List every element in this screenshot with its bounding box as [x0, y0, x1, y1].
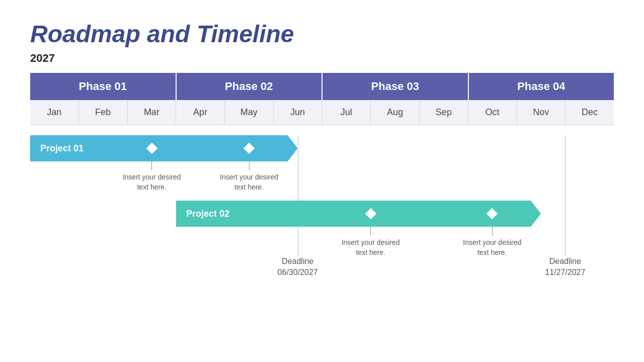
phase-row: Phase 01 Phase 02 Phase 03 Phase 04 [30, 73, 614, 100]
annotation-1-1: Insert your desired text here. [462, 227, 522, 257]
page-title: Roadmap and Timeline [30, 20, 614, 48]
annotation-line-1-0 [370, 227, 371, 236]
month-apr: Apr [176, 100, 225, 125]
annotation-text-1-1: Insert your desired text here. [462, 238, 522, 257]
month-aug: Aug [371, 100, 420, 125]
phase-03: Phase 03 [323, 73, 469, 100]
project-bar-0: Project 01Insert your desired text here.… [30, 135, 614, 161]
project-label-1: Project 02 [176, 209, 229, 219]
month-jul: Jul [323, 100, 371, 125]
annotation-line-1-1 [492, 227, 493, 236]
annotation-text-0-0: Insert your desired text here. [122, 172, 182, 192]
project-bar-1: Project 02Insert your desired text here.… [30, 201, 614, 227]
phase-04: Phase 04 [469, 73, 614, 100]
month-dec: Dec [566, 100, 614, 125]
annotation-text-1-0: Insert your desired text here. [341, 238, 401, 257]
annotation-0-1: Insert your desired text here. [219, 161, 279, 192]
phase-01: Phase 01 [30, 73, 177, 100]
annotation-1-0: Insert your desired text here. [341, 227, 401, 257]
timeline-area: Project 01Insert your desired text here.… [30, 135, 614, 276]
month-jun: Jun [274, 100, 323, 125]
year-label: 2027 [30, 52, 614, 65]
project-label-0: Project 01 [30, 143, 84, 154]
month-may: May [225, 100, 274, 125]
deadline-label-1: Deadline 11/27/2027 [535, 256, 595, 279]
annotation-0-0: Insert your desired text here. [122, 161, 182, 192]
month-row: Jan Feb Mar Apr May Jun Jul Aug Sep Oct … [30, 100, 614, 125]
month-nov: Nov [517, 100, 566, 125]
month-oct: Oct [468, 100, 517, 125]
month-sep: Sep [420, 100, 468, 125]
month-jan: Jan [30, 100, 79, 125]
annotation-line-0-1 [249, 161, 250, 170]
phase-02: Phase 02 [177, 73, 323, 100]
annotation-text-0-1: Insert your desired text here. [219, 172, 279, 192]
annotation-line-0-0 [151, 161, 152, 170]
month-feb: Feb [79, 100, 128, 125]
page: Roadmap and Timeline 2027 Phase 01 Phase… [0, 0, 644, 362]
deadline-label-0: Deadline 06/30/2027 [268, 256, 328, 279]
month-mar: Mar [128, 100, 177, 125]
